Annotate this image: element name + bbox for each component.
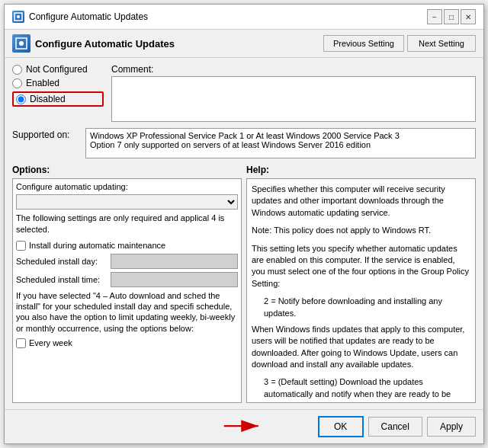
help-header: Help:: [246, 165, 476, 175]
title-bar: Configure Automatic Updates − □ ✕: [5, 5, 483, 30]
scheduled-day-field[interactable]: [111, 254, 238, 269]
configure-label: Configure automatic updating:: [16, 182, 238, 191]
disabled-radio[interactable]: [16, 94, 26, 104]
close-button[interactable]: ✕: [461, 9, 476, 24]
cancel-button[interactable]: Cancel: [368, 417, 422, 437]
help-para1: Specifies whether this computer will rec…: [252, 184, 470, 219]
not-configured-radio[interactable]: [12, 65, 22, 75]
scheduled-time-row: Scheduled install time:: [16, 272, 238, 287]
svg-point-1: [17, 15, 20, 18]
previous-setting-button[interactable]: Previous Setting: [323, 35, 404, 52]
help-para2: Note: This policy does not apply to Wind…: [252, 225, 470, 236]
every-week-checkbox[interactable]: [16, 338, 26, 348]
apply-button[interactable]: Apply: [427, 417, 476, 437]
scheduled-day-label: Scheduled install day:: [16, 257, 108, 266]
enabled-radio[interactable]: [12, 78, 22, 88]
help-panel: Help: Specifies whether this computer wi…: [246, 165, 476, 403]
not-configured-option[interactable]: Not Configured: [12, 64, 104, 75]
options-header: Options:: [12, 165, 242, 175]
options-panel: Options: Configure automatic updating: T…: [12, 165, 242, 403]
not-configured-label: Not Configured: [26, 64, 88, 75]
toolbar-icon: [12, 34, 30, 53]
scheduled-time-label: Scheduled install time:: [16, 275, 108, 284]
ok-arrow-icon: [221, 414, 267, 437]
supported-section: Supported on: Windows XP Professional Se…: [12, 128, 476, 158]
disabled-radio-wrapper: Disabled: [12, 91, 104, 107]
options-content[interactable]: Configure automatic updating: The follow…: [12, 178, 242, 403]
svg-point-3: [19, 41, 24, 46]
disabled-label: Disabled: [30, 94, 66, 104]
disabled-option[interactable]: Disabled: [16, 94, 66, 104]
radio-group: Not Configured Enabled Disabled: [12, 64, 104, 122]
maintenance-checkbox[interactable]: [16, 241, 26, 251]
options-help-row: Options: Configure automatic updating: T…: [12, 165, 476, 403]
toolbar-left: Configure Automatic Updates: [12, 34, 175, 53]
enabled-option[interactable]: Enabled: [12, 78, 104, 88]
configure-automatic-updates-dialog: Configure Automatic Updates − □ ✕ Config…: [4, 4, 484, 444]
help-content: Specifies whether this computer will rec…: [246, 178, 476, 403]
next-setting-button[interactable]: Next Setting: [407, 35, 476, 52]
arrow-indicator: [221, 414, 267, 440]
help-para3: This setting lets you specify whether au…: [252, 243, 470, 290]
options-para2: If you have selected "4 – Auto download …: [16, 290, 238, 334]
comment-section: Comment:: [111, 64, 476, 122]
scheduled-time-field[interactable]: [111, 272, 238, 287]
maintenance-label: Install during automatic maintenance: [29, 241, 165, 250]
help-indent1: 2 = Notify before downloading and instal…: [264, 296, 470, 319]
main-content: Not Configured Enabled Disabled Comment:: [5, 58, 483, 409]
supported-on-label: Supported on:: [12, 130, 81, 140]
dialog-title: Configure Automatic Updates: [29, 11, 148, 22]
comment-label: Comment:: [111, 64, 476, 75]
title-bar-left: Configure Automatic Updates: [12, 11, 148, 23]
maximize-button[interactable]: □: [444, 9, 459, 24]
help-para4: When Windows finds updates that apply to…: [252, 324, 470, 371]
enabled-label: Enabled: [26, 78, 59, 88]
options-para1: The following settings are only required…: [16, 213, 238, 236]
minimize-button[interactable]: −: [427, 9, 442, 24]
ok-button[interactable]: OK: [318, 416, 364, 437]
help-indent2: 3 = (Default setting) Download the updat…: [264, 376, 470, 403]
every-week-label: Every week: [29, 338, 72, 347]
toolbar-title: Configure Automatic Updates: [35, 38, 175, 50]
nav-buttons: Previous Setting Next Setting: [323, 35, 476, 52]
configure-dropdown[interactable]: [16, 194, 238, 210]
title-controls: − □ ✕: [427, 9, 476, 24]
options-inner: Configure automatic updating: The follow…: [16, 182, 238, 348]
supported-text: Windows XP Professional Service Pack 1 o…: [85, 128, 476, 158]
top-section: Not Configured Enabled Disabled Comment:: [12, 64, 476, 122]
scheduled-day-row: Scheduled install day:: [16, 254, 238, 269]
comment-textarea[interactable]: [111, 76, 476, 122]
every-week-row: Every week: [16, 338, 238, 348]
maintenance-checkbox-row: Install during automatic maintenance: [16, 241, 238, 251]
bottom-bar: OK Cancel Apply: [5, 409, 483, 443]
dialog-icon: [12, 11, 24, 23]
toolbar: Configure Automatic Updates Previous Set…: [5, 30, 483, 58]
supported-text-content: Windows XP Professional Service Pack 1 o…: [90, 131, 400, 149]
